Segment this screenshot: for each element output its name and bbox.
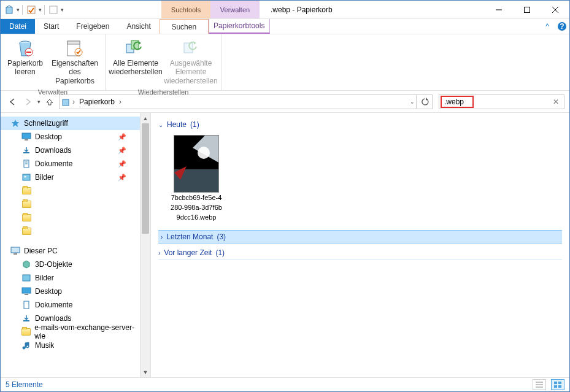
group-header-long-ago[interactable]: ›Vor langer Zeit(1): [158, 246, 562, 260]
label: wiederherstellen: [109, 67, 162, 76]
close-button[interactable]: [541, 1, 569, 18]
details-view-button[interactable]: [533, 379, 546, 390]
up-button[interactable]: [43, 95, 56, 109]
svg-rect-40: [554, 382, 557, 384]
sidebar-item-3d[interactable]: 3D-Objekte: [1, 258, 140, 271]
sidebar-item-music[interactable]: Musik: [1, 339, 140, 352]
history-dropdown-icon[interactable]: ▾: [37, 99, 40, 105]
address-bar[interactable]: › Papierkorb › ⌄: [59, 94, 417, 109]
file-item[interactable]: 7bcbcb69-fe5e-4 280-998a-3d7f6b 9dcc16.w…: [164, 135, 228, 221]
sidebar-quick-access[interactable]: Schnellzugriff: [1, 117, 140, 130]
svg-rect-17: [184, 43, 193, 53]
qat-dropdown-icon[interactable]: ▾: [17, 7, 20, 13]
svg-rect-32: [24, 301, 29, 309]
tree[interactable]: Schnellzugriff Desktop📌 Downloads📌 Dokum…: [1, 113, 140, 377]
document-icon: [21, 159, 31, 169]
sidebar-item-pictures[interactable]: Bilder📌: [1, 171, 140, 184]
folder-icon: [21, 213, 31, 223]
chevron-right-icon[interactable]: ›: [119, 98, 121, 106]
sidebar-item-folder[interactable]: [1, 225, 140, 238]
group-header-last-month[interactable]: ›Letzten Monat(3): [158, 230, 562, 244]
collapse-ribbon-icon[interactable]: ^: [540, 19, 555, 34]
qat-customize-icon[interactable]: ▾: [61, 7, 64, 13]
label: Musik: [35, 341, 54, 350]
sidebar-item-folder[interactable]: e-mails-vom-exchange-server-wie: [1, 325, 140, 339]
svg-rect-0: [6, 7, 12, 13]
label: 3D-Objekte: [35, 260, 72, 269]
restore-selected-icon: [180, 38, 201, 59]
scroll-up-icon[interactable]: ▲: [141, 113, 150, 123]
scroll-thumb[interactable]: [142, 123, 149, 234]
sidebar-item-documents[interactable]: Dokumente📌: [1, 157, 140, 171]
thumbnails-view-button[interactable]: [551, 379, 564, 390]
chevron-right-icon[interactable]: ›: [72, 98, 75, 106]
label: wiederherstellen: [164, 77, 217, 85]
scrollbar[interactable]: ▲ ▼: [140, 113, 150, 377]
tab-share[interactable]: Freigeben: [67, 19, 118, 34]
qat-dropdown2-icon[interactable]: ▾: [39, 7, 42, 13]
file-list[interactable]: ⌄Heute(1) 7bcbcb69-fe5e-4 280-998a-3d7f6…: [151, 113, 569, 377]
recycle-bin-icon[interactable]: [3, 4, 15, 16]
label: Alle Elemente: [113, 59, 158, 67]
sidebar-item-folder[interactable]: [1, 198, 140, 211]
minimize-button[interactable]: [485, 1, 513, 18]
label: Desktop: [35, 133, 62, 141]
chevron-right-icon: ›: [161, 234, 163, 240]
address-dropdown-icon[interactable]: ⌄: [410, 99, 415, 105]
sidebar-item-folder[interactable]: [1, 184, 140, 198]
chevron-right-icon: ›: [158, 250, 160, 256]
maximize-button[interactable]: [513, 1, 541, 18]
restore-all-button[interactable]: Alle Elemente wiederherstellen: [108, 36, 163, 88]
sidebar-item-desktop[interactable]: Desktop📌: [1, 130, 140, 144]
trash-icon: [15, 38, 35, 59]
sidebar-item-desktop[interactable]: Desktop: [1, 285, 140, 298]
svg-rect-30: [22, 288, 31, 293]
svg-rect-18: [63, 99, 69, 106]
refresh-button[interactable]: [417, 94, 433, 109]
clear-search-icon[interactable]: ✕: [550, 98, 561, 106]
tab-recyclebin-tools[interactable]: Papierkorbtools: [209, 19, 270, 34]
sidebar-item-folder[interactable]: [1, 211, 140, 225]
group-header-today[interactable]: ⌄Heute(1): [158, 118, 562, 131]
svg-rect-27: [11, 247, 20, 253]
tab-file[interactable]: Datei: [1, 19, 35, 34]
count: (1): [215, 248, 225, 257]
tab-search[interactable]: Suchen: [160, 19, 209, 34]
content-area: Schnellzugriff Desktop📌 Downloads📌 Dokum…: [1, 113, 569, 377]
tab-view[interactable]: Ansicht: [118, 19, 159, 34]
scroll-down-icon[interactable]: ▼: [141, 367, 150, 377]
svg-rect-42: [554, 385, 557, 388]
quick-access-toolbar: ▾ ▾ ▾: [1, 1, 66, 18]
svg-rect-13: [67, 41, 80, 44]
context-search-badge: Suchtools: [161, 1, 210, 18]
empty-recycle-bin-button[interactable]: Papierkorb leeren: [3, 36, 47, 88]
properties-icon[interactable]: [25, 4, 37, 16]
sidebar-item-documents[interactable]: Dokumente: [1, 298, 140, 312]
status-bar: 5 Elemente: [1, 377, 569, 391]
svg-rect-41: [558, 382, 561, 384]
label: e-mails-vom-exchange-server-wie: [34, 323, 140, 340]
filename-line: 9dcc16.webp: [177, 213, 217, 222]
label: Downloads: [35, 314, 71, 323]
search-input[interactable]: [442, 98, 550, 106]
sidebar-this-pc[interactable]: Dieser PC: [1, 244, 140, 258]
sidebar-item-downloads[interactable]: Downloads📌: [1, 144, 140, 157]
label: Dieser PC: [24, 247, 58, 255]
chevron-down-icon: ⌄: [158, 121, 163, 128]
tab-start[interactable]: Start: [35, 19, 67, 34]
breadcrumb-root[interactable]: Papierkorb: [77, 98, 117, 106]
restore-all-icon: [125, 38, 146, 59]
recycle-bin-properties-button[interactable]: Eigenschaften des Papierkorbs: [47, 36, 102, 88]
folder-icon: [21, 186, 31, 196]
sidebar-item-pictures[interactable]: Bilder: [1, 271, 140, 285]
svg-rect-43: [558, 385, 561, 388]
svg-point-26: [25, 176, 26, 178]
svg-rect-31: [25, 294, 28, 295]
filename-line: 7bcbcb69-fe5e-4: [171, 194, 222, 202]
pictures-icon: [21, 172, 31, 182]
back-button[interactable]: [6, 95, 19, 109]
help-icon[interactable]: ?: [555, 19, 569, 34]
ribbon: Papierkorb leeren Eigenschaften des Papi…: [1, 34, 569, 91]
search-box[interactable]: ✕: [439, 94, 564, 109]
new-window-icon[interactable]: [47, 4, 60, 16]
